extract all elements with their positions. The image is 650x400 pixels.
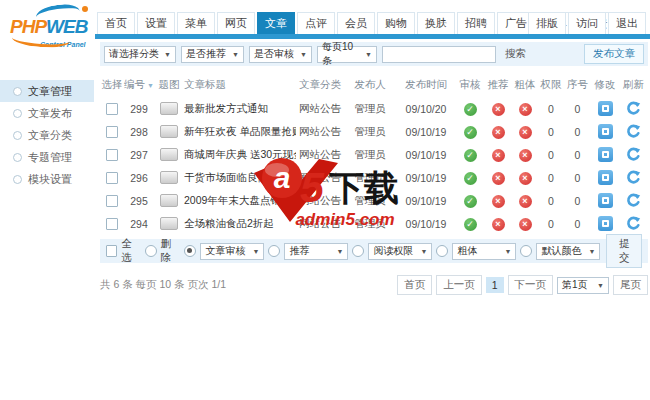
article-title-link[interactable]: 全场粮油食品2折起 <box>184 217 274 229</box>
publish-article-button[interactable]: 发布文章 <box>584 44 644 64</box>
nav-tab[interactable]: 菜单 <box>177 12 215 35</box>
bold-status-icon[interactable]: × <box>519 103 532 116</box>
article-title-link[interactable]: 2009年年末大盘点销售 <box>184 194 291 206</box>
refresh-icon[interactable] <box>626 216 641 231</box>
batch-action-radio[interactable] <box>352 245 364 257</box>
nav-utility-tab[interactable]: 访问 <box>568 12 606 35</box>
bold-status-icon[interactable]: × <box>519 149 532 162</box>
audit-status-icon[interactable]: ✓ <box>464 172 477 185</box>
article-title-link[interactable]: 最新批发方式通知 <box>184 102 268 114</box>
thumbnail-icon <box>160 194 178 207</box>
nav-tab[interactable]: 文章 <box>257 12 295 35</box>
sidebar-item[interactable]: 文章分类 <box>0 124 94 146</box>
row-checkbox[interactable] <box>106 218 118 230</box>
search-button[interactable]: 搜索 <box>501 47 530 61</box>
recommend-filter-select[interactable]: 是否推荐▼ <box>181 46 244 63</box>
submit-button[interactable]: 提交 <box>606 234 642 268</box>
table-row: 294 全场粮油食品2折起 网站公告 管理员 09/10/19 ✓ × × 0 … <box>100 212 648 235</box>
last-page-button[interactable]: 尾页 <box>613 275 648 295</box>
page-select[interactable]: 第1页▼ <box>557 277 609 294</box>
refresh-icon[interactable] <box>626 193 641 208</box>
row-checkbox[interactable] <box>106 126 118 138</box>
nav-tab[interactable]: 会员 <box>337 12 375 35</box>
refresh-icon[interactable] <box>626 147 641 162</box>
article-publisher: 管理员 <box>344 166 396 189</box>
sidebar-item[interactable]: 文章管理 <box>0 80 94 102</box>
bold-status-icon[interactable]: × <box>519 126 532 139</box>
sidebar-item[interactable]: 专题管理 <box>0 146 94 168</box>
row-checkbox[interactable] <box>106 172 118 184</box>
search-input[interactable] <box>382 46 496 63</box>
recommend-status-icon[interactable]: × <box>492 195 505 208</box>
audit-status-icon[interactable]: ✓ <box>464 149 477 162</box>
per-page-select[interactable]: 每页10条▼ <box>317 46 377 63</box>
article-id: 298 <box>124 120 154 143</box>
edit-icon[interactable] <box>598 170 613 185</box>
nav-utility-tab[interactable]: 排版 <box>528 12 566 35</box>
article-permission: 0 <box>538 143 564 166</box>
category-filter-select[interactable]: 请选择分类▼ <box>104 46 176 63</box>
edit-icon[interactable] <box>598 216 613 231</box>
batch-action-select[interactable]: 推荐▼ <box>284 243 348 260</box>
refresh-icon[interactable] <box>626 101 641 116</box>
batch-action-select[interactable]: 文章审核▼ <box>200 243 264 260</box>
recommend-status-icon[interactable]: × <box>492 126 505 139</box>
recommend-filter-value: 是否推荐 <box>186 47 226 61</box>
nav-tab[interactable]: 购物 <box>377 12 415 35</box>
batch-action-select[interactable]: 阅读权限▼ <box>368 243 432 260</box>
audit-status-icon[interactable]: ✓ <box>464 103 477 116</box>
edit-icon[interactable] <box>598 124 613 139</box>
batch-action-radio[interactable] <box>184 245 196 257</box>
article-title-link[interactable]: 干货市场面临良性竞争 <box>184 171 289 183</box>
audit-status-icon[interactable]: ✓ <box>464 126 477 139</box>
sidebar-item[interactable]: 模块设置 <box>0 168 94 190</box>
first-page-button[interactable]: 首页 <box>397 275 432 295</box>
prev-page-button[interactable]: 上一页 <box>436 275 482 295</box>
recommend-status-icon[interactable]: × <box>492 218 505 231</box>
recommend-status-icon[interactable]: × <box>492 103 505 116</box>
refresh-icon[interactable] <box>626 124 641 139</box>
next-page-button[interactable]: 下一页 <box>508 275 554 295</box>
recommend-status-icon[interactable]: × <box>492 172 505 185</box>
nav-tab[interactable]: 招聘 <box>457 12 495 35</box>
batch-action-select[interactable]: 默认颜色▼ <box>536 243 600 260</box>
nav-tab[interactable]: 设置 <box>137 12 175 35</box>
select-all-checkbox[interactable] <box>106 245 117 257</box>
audit-status-icon[interactable]: ✓ <box>464 195 477 208</box>
sidebar-item[interactable]: 文章发布 <box>0 102 94 124</box>
nav-tab[interactable]: 首页 <box>97 12 135 35</box>
bullet-icon <box>13 153 22 162</box>
bold-status-icon[interactable]: × <box>519 195 532 208</box>
nav-tab[interactable]: 网页 <box>217 12 255 35</box>
audit-status-icon[interactable]: ✓ <box>464 218 477 231</box>
bold-status-icon[interactable]: × <box>519 218 532 231</box>
row-checkbox[interactable] <box>106 195 118 207</box>
refresh-icon[interactable] <box>626 170 641 185</box>
sort-desc-icon[interactable]: ▼ <box>147 82 154 89</box>
article-date: 09/10/19 <box>396 143 456 166</box>
batch-action-radio[interactable] <box>268 245 280 257</box>
audit-filter-select[interactable]: 是否审核▼ <box>249 46 312 63</box>
batch-action-select[interactable]: 粗体▼ <box>452 243 516 260</box>
chevron-down-icon: ▼ <box>252 248 259 255</box>
nav-tab[interactable]: 点评 <box>297 12 335 35</box>
edit-icon[interactable] <box>598 101 613 116</box>
article-table: 选择 编号▼ 题图 文章标题 文章分类 发布人 发布时间 审核 推荐 粗体 权限… <box>100 72 648 235</box>
recommend-status-icon[interactable]: × <box>492 149 505 162</box>
thumbnail-icon <box>160 102 178 115</box>
batch-action-radio[interactable] <box>436 245 448 257</box>
delete-radio[interactable] <box>145 245 157 257</box>
nav-utility-tab[interactable]: 退出 <box>608 12 646 35</box>
row-checkbox[interactable] <box>106 103 118 115</box>
edit-icon[interactable] <box>598 193 613 208</box>
header-title: 文章标题 <box>184 72 296 97</box>
article-title-link[interactable]: 商城周年庆典 送30元现金 <box>184 148 296 160</box>
article-title-link[interactable]: 新年狂欢夜 单品限量抢购 <box>184 125 296 137</box>
edit-icon[interactable] <box>598 147 613 162</box>
bold-status-icon[interactable]: × <box>519 172 532 185</box>
row-checkbox[interactable] <box>106 149 118 161</box>
nav-tab[interactable]: 换肤 <box>417 12 455 35</box>
batch-action-radio[interactable] <box>520 245 532 257</box>
batch-action-value: 推荐 <box>289 244 309 258</box>
table-row: 298 新年狂欢夜 单品限量抢购 网站公告 管理员 09/10/19 ✓ × ×… <box>100 120 648 143</box>
